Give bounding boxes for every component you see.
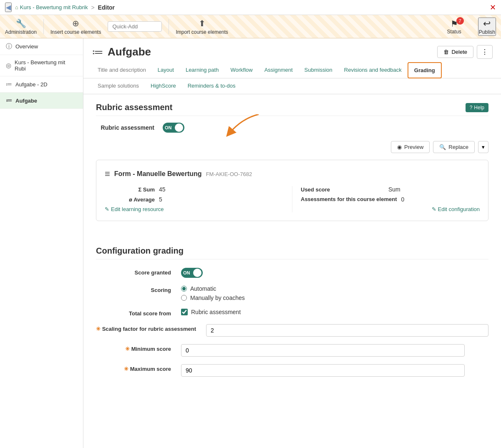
average-row: ø Average 5 [105, 196, 284, 203]
arrow-area: Rubric assessment ON [96, 123, 488, 133]
content-area: ≔ Aufgabe 🗑 Delete ⋮ Title and descripti… [83, 38, 501, 448]
form-stats-left: Σ Sum 45 ø Average 5 ✎ Edit learning res… [105, 186, 292, 212]
tab-sample-solutions[interactable]: Sample solutions [92, 78, 145, 94]
score-granted-switch[interactable]: ON [181, 268, 203, 278]
action-buttons-row: ◉ Preview 🔍 Replace ▾ [96, 141, 488, 153]
help-button[interactable]: ? Help [466, 103, 488, 112]
scoring-manual-radio[interactable] [181, 295, 187, 301]
help-label: Help [474, 105, 484, 111]
scaling-input[interactable] [206, 324, 488, 337]
form-card-title: Form - Manuelle Bewertung [114, 170, 202, 178]
status-button[interactable]: ⚑ 7 Status [447, 19, 461, 35]
main-layout: ⓘ Overview ◎ Kurs - Bewertung mit Rubi ≔… [0, 38, 501, 448]
min-score-row: ✳ Minimum score [96, 344, 488, 357]
info-icon: ⓘ [6, 43, 12, 50]
form-stats: Σ Sum 45 ø Average 5 ✎ Edit learning res… [105, 186, 480, 212]
toolbar-divider-2 [169, 19, 169, 34]
score-toggle-on-text: ON [183, 270, 190, 275]
sidebar-item-overview[interactable]: ⓘ Overview [0, 38, 83, 55]
preview-label: Preview [404, 144, 423, 150]
rubric-toggle[interactable]: ON [163, 123, 184, 133]
status-badge: 7 [456, 17, 464, 25]
min-score-label: ✳ Minimum score [96, 344, 171, 352]
score-granted-toggle[interactable]: ON [181, 268, 488, 278]
import-button[interactable]: ⬆ Import course elements [176, 18, 228, 35]
sidebar-item-label: Aufgabe [15, 98, 37, 104]
list-icon: ≔ [6, 81, 12, 88]
scoring-manual-label: Manually by coaches [190, 294, 245, 301]
total-score-checkbox[interactable] [181, 309, 188, 315]
administration-label: Administration [5, 29, 37, 35]
tabs-row-2: Sample solutions HighScore Reminders & t… [83, 78, 501, 94]
min-score-input[interactable] [181, 344, 465, 357]
circle-icon: ◎ [6, 62, 11, 69]
min-score-value [181, 344, 488, 357]
breadcrumb-current: Editor [98, 4, 115, 11]
administration-button[interactable]: 🔧 Administration [5, 18, 37, 35]
back-button[interactable]: ◀ [5, 3, 12, 12]
delete-label: Delete [451, 49, 467, 55]
total-score-option-label: Rubric assessment [191, 309, 241, 315]
replace-button[interactable]: 🔍 Replace [433, 141, 475, 153]
page-header-actions: 🗑 Delete ⋮ [437, 45, 493, 59]
publish-button[interactable]: ↩ Publish [478, 18, 496, 36]
replace-label: Replace [448, 144, 468, 150]
sidebar-item-course[interactable]: ◎ Kurs - Bewertung mit Rubi [0, 55, 83, 76]
total-score-value: Rubric assessment [181, 309, 488, 315]
scoring-label: Scoring [96, 285, 171, 293]
sidebar: ⓘ Overview ◎ Kurs - Bewertung mit Rubi ≔… [0, 38, 83, 448]
required-star-max: ✳ [124, 366, 130, 372]
course-link[interactable]: Kurs - Bewertung mit Rubrik [20, 4, 88, 10]
max-score-input[interactable] [181, 364, 465, 377]
rubric-toggle-row: Rubric assessment ON [96, 123, 488, 133]
breadcrumb-sep: > [91, 4, 94, 11]
edit-learning-resource-link[interactable]: ✎ Edit learning resource [105, 206, 284, 212]
replace-icon: 🔍 [439, 144, 446, 150]
toggle-switch[interactable]: ON [163, 123, 184, 133]
rubric-toggle-label: Rubric assessment [96, 124, 154, 131]
wrench-icon: 🔧 [16, 18, 26, 28]
tab-workflow[interactable]: Workflow [224, 63, 258, 78]
delete-button[interactable]: 🗑 Delete [437, 46, 473, 58]
edit-configuration-link[interactable]: ✎ Edit configuration [301, 206, 480, 212]
scoring-automatic-radio[interactable] [181, 286, 187, 292]
assessments-label: Assessments for this course element [301, 196, 397, 202]
tab-highscore[interactable]: HighScore [145, 78, 182, 94]
form-card-icon: ≡ [105, 169, 110, 179]
toggle-on-text: ON [165, 125, 172, 130]
insert-course-elements-button[interactable]: ⊕ Insert course elements [50, 18, 101, 35]
quick-add-input[interactable] [108, 21, 162, 32]
average-label: ø Average [105, 196, 155, 203]
tab-submission[interactable]: Submission [299, 63, 338, 78]
sidebar-item-label: Aufgabe - 2D [15, 81, 48, 88]
tab-layout[interactable]: Layout [152, 63, 180, 78]
tab-learning-path[interactable]: Learning path [180, 63, 225, 78]
tab-assignment[interactable]: Assignment [259, 63, 299, 78]
sidebar-item-label: Kurs - Bewertung mit Rubi [15, 59, 77, 72]
score-granted-row: Score granted ON [96, 268, 488, 278]
max-score-label: ✳ Maximum score [96, 364, 171, 372]
edit-resource-label: Edit learning resource [111, 206, 164, 212]
tab-grading[interactable]: Grading [408, 62, 442, 78]
publish-label: Publish [479, 29, 495, 35]
total-score-checkbox-row[interactable]: Rubric assessment [181, 309, 488, 315]
toggle-knob [175, 123, 183, 132]
scoring-automatic-option[interactable]: Automatic [181, 285, 488, 292]
assessments-value: 0 [401, 196, 404, 203]
scaling-row: ✳ Scaling factor for rubric assessment [96, 324, 488, 337]
status-label: Status [447, 29, 461, 35]
tab-reminders[interactable]: Reminders & to-dos [182, 78, 242, 94]
page-title-icon: ≔ [92, 45, 103, 59]
sidebar-item-aufgabe[interactable]: ≔ Aufgabe [0, 93, 83, 109]
tab-title-description[interactable]: Title and description [92, 63, 152, 78]
close-button[interactable]: ✕ [490, 3, 496, 12]
scoring-manual-option[interactable]: Manually by coaches [181, 294, 488, 301]
sidebar-item-aufgabe-2d[interactable]: ≔ Aufgabe - 2D [0, 76, 83, 93]
tab-revisions[interactable]: Revisions and feedback [338, 63, 408, 78]
preview-button[interactable]: ◉ Preview [391, 141, 430, 153]
more-button[interactable]: ⋮ [477, 45, 493, 59]
page-title: Aufgabe [108, 45, 151, 58]
dropdown-button[interactable]: ▾ [478, 141, 488, 153]
score-toggle-knob [193, 269, 201, 277]
form-card-header: ≡ Form - Manuelle Bewertung FM-AKIE-OO-7… [105, 169, 480, 179]
